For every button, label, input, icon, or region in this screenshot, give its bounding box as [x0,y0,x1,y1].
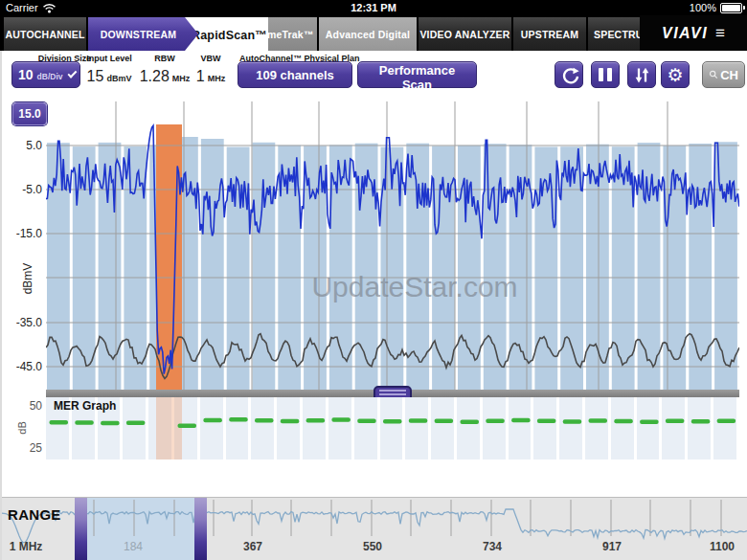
mer-graph-title: MER Graph [54,399,116,413]
range-tick-label: 1100 [698,540,746,553]
y-axis-unit: dBmV [21,250,34,307]
input-level-value: 15dBmV [81,63,137,90]
range-handle-left[interactable] [75,498,87,560]
tab-upstream[interactable]: UPSTREAM [513,17,586,51]
status-bar: Carrier 12:31 PM 100% [0,0,747,15]
pause-button[interactable] [591,61,620,88]
tab-autochannel[interactable]: AUTOCHANNEL [4,17,86,51]
range-label: RANGE [8,506,61,523]
mer-graph-chart [46,397,739,459]
viavi-logo: VIAVI [662,25,708,42]
rbw-label: RBW [139,54,191,63]
watermark: UpdateStar.com [311,271,517,302]
tab-downstream[interactable]: DOWNSTREAM [88,17,198,51]
gear-icon: ⚙ [667,66,683,84]
range-tick-label: 184 [109,540,157,553]
mer-y-max: 50 [0,399,42,413]
tab-spectrum[interactable]: SPECTRUM [588,17,645,51]
pause-icon [599,68,603,81]
range-tick-label: 734 [468,540,516,553]
settings-button[interactable]: ⚙ [661,61,690,88]
up-down-arrows-icon [632,65,652,85]
hamburger-menu-icon[interactable]: ≡ [715,24,725,43]
performance-scan-button[interactable]: Performance Scan [357,61,477,88]
battery-icon [720,3,742,13]
refresh-button[interactable] [555,61,583,88]
mer-unit: dB [16,414,28,442]
clock: 12:31 PM [0,2,747,13]
range-tick-label: 1 MHz [2,540,50,553]
chevron-down-icon [67,68,77,78]
range-tick-label: 917 [588,540,636,553]
mer-y-min: 25 [0,441,42,455]
rbw-value: 1.28MHz [139,63,191,90]
y-tick-label: 5.0 [0,139,42,152]
magnifier-icon [709,68,718,81]
sort-arrows-button[interactable] [627,61,656,88]
y-tick-label: -5.0 [0,183,42,196]
tab-video-analyzer[interactable]: VIDEO ANALYZER [419,17,511,51]
range-tick-label: 367 [229,540,277,553]
tab-advanced-digital[interactable]: Advanced Digital [319,17,417,51]
y-tick-label: -15.0 [0,227,42,240]
channel-search-button[interactable]: CH [702,61,745,88]
y-tick-label: -45.0 [0,360,42,373]
reference-level-badge[interactable]: 15.0 [12,102,47,125]
range-tick-label: 550 [349,540,396,553]
left-edge-line [0,51,2,560]
brand-area[interactable]: VIAVI ≡ [640,15,747,51]
tab-bar: AUTOCHANNEL RapidScan™ DOWNSTREAM TimeTr… [0,15,747,51]
rapidscan-app: Carrier 12:31 PM 100% AUTOCHANNEL RapidS… [0,0,747,560]
channel-plan-button[interactable]: 109 channels [238,61,352,88]
range-handle-right[interactable] [194,498,207,560]
division-size-dropdown[interactable]: 10 dB/Div [11,61,80,88]
vbw-label: VBW [188,54,234,63]
range-overview[interactable]: RANGE 1 MHz 184 367 550 734 917 1100 [0,497,747,560]
vbw-value: 1MHz [188,63,234,90]
y-tick-label: -35.0 [0,316,42,329]
input-level-label: Input Level [81,54,137,63]
spectrum-chart[interactable]: UpdateStar.com [46,101,739,390]
toolbar: Division Size 10 dB/Div Input Level 15dB… [0,51,747,101]
battery-percent: 100% [690,2,716,13]
refresh-icon [559,65,579,85]
x-axis-row: 113.348 MHz 146 162 194.322 161.947 SPAN… [0,459,747,490]
